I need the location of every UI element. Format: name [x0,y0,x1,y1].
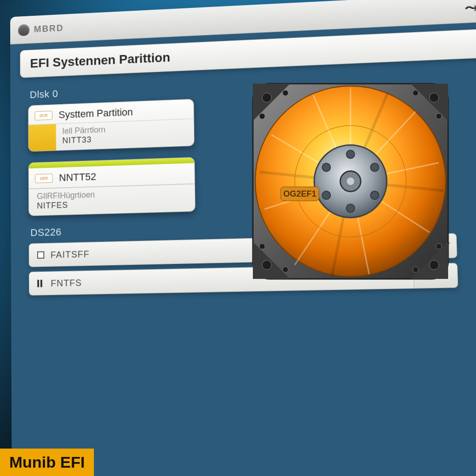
volume-icon [37,251,44,259]
partition-badge: DER [35,173,53,183]
volume-icon [37,280,44,287]
volume-value: NEO3 [413,263,458,288]
partition-card-ntfs[interactable]: DER NNTT52 GIlRFIHügrtioen NITFES [28,157,196,216]
volume-label: FAITSFF [51,249,90,260]
partition-card-system[interactable]: DCR Systtem Partition Iell Pärrtlorn NIT… [28,99,194,152]
partition-title: Systtem Partition [59,106,133,121]
app-icon [18,24,30,36]
disk0-label: Dlsk 0 [30,71,476,101]
partition-title: NNTT52 [59,171,96,184]
app-name: MBRD [34,23,64,34]
volume-row-fatsff[interactable]: FAITSFF 1T4657 [29,233,457,267]
usage-bar [28,124,56,151]
volume-label: FNTFS [51,278,82,289]
partition-meta-2: NITFES [37,199,95,211]
volume-row-fntfs[interactable]: FNTFS NEO3 [29,263,458,295]
partition-manager-window: MBRD ⤳ EFI Systennen Parittion Dlsk 0 DC… [10,0,476,476]
forward-arrow-icon[interactable]: ⤳ [464,0,476,16]
partition-badge: DCR [35,111,53,120]
partition-meta-2: NITT33 [62,134,106,145]
volume-value: 1T4657 [412,234,457,259]
watermark: Munib EFI [0,449,94,476]
